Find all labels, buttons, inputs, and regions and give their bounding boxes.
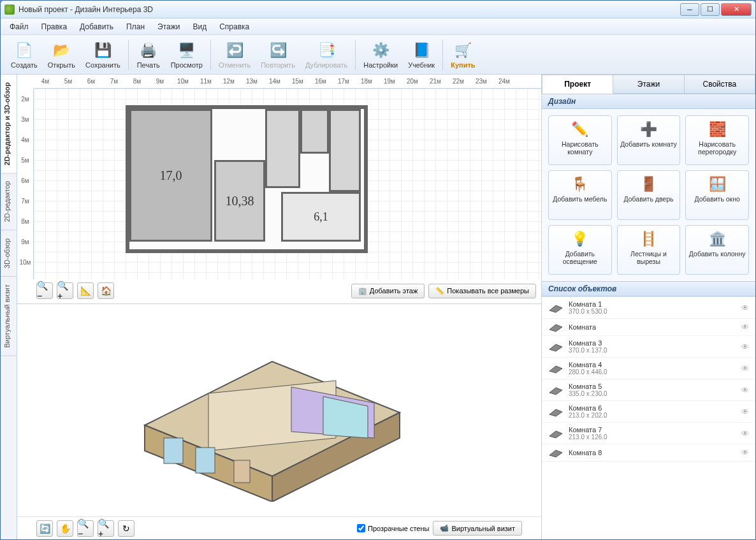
vtab-Виртуальный визит[interactable]: Виртуальный визит	[1, 277, 17, 356]
room-2[interactable]: 10,38	[214, 160, 265, 242]
new-file-button[interactable]: 📄Создать	[6, 40, 43, 70]
right-panel: ПроектЭтажиСвойства Дизайн ✏️Нарисовать …	[541, 75, 755, 539]
main-area: 2D-редактор и 3D-обзор2D-редактор3D-обзо…	[1, 75, 755, 539]
draw-room-card[interactable]: ✏️Нарисовать комнату	[548, 115, 612, 165]
menu-План[interactable]: План	[121, 20, 150, 33]
open-file-button[interactable]: 📂Открыть	[43, 40, 80, 70]
object-row[interactable]: Комната 5335.0 x 230.0👁	[542, 379, 755, 401]
orbit-button[interactable]: 🔄	[36, 520, 53, 537]
object-row[interactable]: Комната 4280.0 x 446.0👁	[542, 358, 755, 379]
stairs-icon: 🪜	[639, 230, 658, 249]
titlebar: Новый проект - Дизайн Интерьера 3D ─ ☐ ✕	[1, 1, 755, 18]
preview-button[interactable]: 🖥️Просмотр	[166, 40, 208, 70]
menu-Правка[interactable]: Правка	[36, 20, 73, 33]
vtab-2D-редактор и 3D-обзор[interactable]: 2D-редактор и 3D-обзор	[1, 75, 17, 173]
visibility-toggle[interactable]: 👁	[741, 429, 749, 438]
redo-button: ↪️Повторить	[256, 40, 300, 70]
draw-partition-card[interactable]: 🧱Нарисовать перегородку	[685, 115, 749, 165]
room-3[interactable]	[265, 109, 300, 188]
tutorial-icon: 📘	[412, 41, 431, 60]
maximize-button[interactable]: ☐	[701, 3, 720, 16]
object-row[interactable]: Комната👁	[542, 319, 755, 336]
room-6[interactable]: 6,1	[281, 192, 361, 242]
menu-Файл[interactable]: Файл	[4, 20, 34, 33]
add-door-card[interactable]: 🚪Добавить дверь	[617, 170, 681, 220]
save-file-button[interactable]: 💾Сохранить	[80, 40, 126, 70]
menu-Вид[interactable]: Вид	[187, 20, 212, 33]
reset-3d-button[interactable]: ↻	[118, 520, 134, 537]
3d-isometric-view[interactable]	[17, 304, 541, 516]
print-icon: 🖨️	[139, 41, 158, 60]
visibility-toggle[interactable]: 👁	[741, 364, 749, 373]
rtab-Этажи[interactable]: Этажи	[613, 75, 684, 94]
visibility-toggle[interactable]: 👁	[741, 342, 749, 351]
svg-marker-9	[549, 305, 562, 312]
object-row[interactable]: Комната 3370.0 x 137.0👁	[542, 336, 755, 358]
svg-marker-13	[549, 388, 562, 395]
visibility-toggle[interactable]: 👁	[741, 407, 749, 416]
zoom-out-button[interactable]: 🔍−	[36, 282, 53, 299]
tutorial-label: Учебник	[408, 61, 435, 69]
draw-room-icon: ✏️	[571, 120, 590, 139]
room-icon	[548, 342, 563, 352]
add-column-icon: 🏛️	[708, 230, 727, 249]
room-icon	[548, 448, 563, 458]
add-column-card[interactable]: 🏛️Добавить колонну	[685, 225, 749, 275]
measure-button[interactable]: 📐	[77, 282, 94, 299]
object-row[interactable]: Комната 8👁	[542, 444, 755, 462]
add-light-card[interactable]: 💡Добавить освещение	[548, 225, 612, 275]
zoom-in-3d-button[interactable]: 🔍+	[98, 520, 114, 537]
transparent-walls-checkbox[interactable]: Прозрачные стены	[357, 524, 429, 532]
rtab-Проект[interactable]: Проект	[542, 75, 613, 94]
add-floor-button[interactable]: 🏢Добавить этаж	[351, 284, 425, 298]
menu-Этажи[interactable]: Этажи	[152, 20, 185, 33]
svg-marker-10	[549, 325, 562, 332]
rtab-Свойства[interactable]: Свойства	[685, 75, 755, 94]
room-5[interactable]	[329, 109, 361, 192]
room-icon	[548, 303, 563, 313]
menubar: ФайлПравкаДобавитьПланЭтажиВидСправка	[1, 18, 755, 35]
settings-button[interactable]: ⚙️Настройки	[358, 40, 403, 70]
show-dimensions-button[interactable]: 📏Показывать все размеры	[428, 284, 536, 298]
object-list[interactable]: Комната 1370.0 x 530.0👁Комната👁Комната 3…	[542, 296, 755, 539]
buy-button[interactable]: 🛒Купить	[446, 40, 480, 70]
vtab-2D-редактор[interactable]: 2D-редактор	[1, 173, 17, 230]
room-4[interactable]	[300, 109, 329, 154]
save-file-icon: 💾	[93, 41, 112, 60]
svg-marker-12	[549, 366, 562, 373]
visibility-toggle[interactable]: 👁	[741, 323, 749, 332]
window-title: Новый проект - Дизайн Интерьера 3D	[18, 5, 680, 14]
add-furniture-card[interactable]: 🪑Добавить мебель	[548, 170, 612, 220]
zoom-out-3d-button[interactable]: 🔍−	[77, 520, 94, 537]
undo-label: Отменить	[219, 61, 251, 69]
tutorial-button[interactable]: 📘Учебник	[403, 40, 440, 70]
room-1[interactable]: 17,0	[129, 109, 212, 242]
object-row[interactable]: Комната 1370.0 x 530.0👁	[542, 297, 755, 319]
home-view-button[interactable]: 🏠	[98, 282, 114, 299]
minimize-button[interactable]: ─	[680, 3, 699, 16]
floorplan[interactable]: 17,0 10,38 6,1	[126, 105, 368, 253]
menu-Справка[interactable]: Справка	[214, 20, 254, 33]
add-window-card[interactable]: 🪟Добавить окно	[685, 170, 749, 220]
vtab-3D-обзор[interactable]: 3D-обзор	[1, 231, 17, 277]
object-row[interactable]: Комната 7213.0 x 126.0👁	[542, 423, 755, 444]
close-button[interactable]: ✕	[721, 3, 752, 16]
3d-view[interactable]: 🔄 ✋ 🔍− 🔍+ ↻ Прозрачные стены 📹Виртуальны…	[17, 304, 541, 539]
visibility-toggle[interactable]: 👁	[741, 386, 749, 395]
object-row[interactable]: Комната 6213.0 x 202.0👁	[542, 401, 755, 423]
visibility-toggle[interactable]: 👁	[741, 303, 749, 312]
print-button[interactable]: 🖨️Печать	[131, 40, 166, 70]
open-file-icon: 📂	[52, 41, 71, 60]
new-file-icon: 📄	[15, 41, 34, 60]
stairs-card[interactable]: 🪜Лестницы и вырезы	[617, 225, 681, 275]
undo-icon: ↩️	[225, 41, 244, 60]
2d-plan-view[interactable]: 4м5м6м7м8м9м10м11м12м13м14м15м16м17м18м1…	[17, 75, 541, 304]
3d-toolbar: 🔄 ✋ 🔍− 🔍+ ↻ Прозрачные стены 📹Виртуальны…	[17, 516, 541, 539]
add-room-card[interactable]: ➕Добавить комнату	[617, 115, 681, 165]
virtual-visit-button[interactable]: 📹Виртуальный визит	[433, 521, 522, 536]
redo-label: Повторить	[261, 61, 295, 69]
menu-Добавить[interactable]: Добавить	[75, 20, 119, 33]
pan-button[interactable]: ✋	[57, 520, 73, 537]
zoom-in-button[interactable]: 🔍+	[57, 282, 73, 299]
visibility-toggle[interactable]: 👁	[741, 448, 749, 457]
